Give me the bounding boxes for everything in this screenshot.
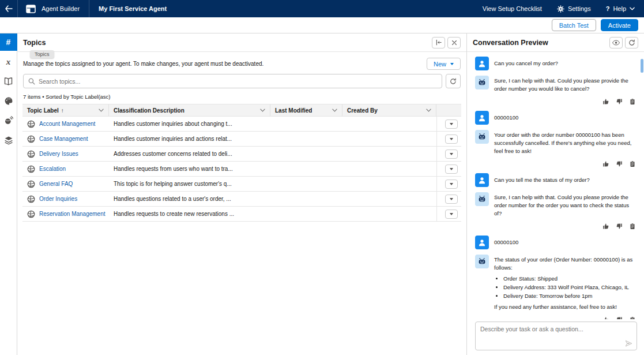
copy-transcript-icon[interactable] bbox=[629, 223, 636, 230]
chevron-down-icon[interactable] bbox=[99, 109, 104, 112]
row-actions-button[interactable] bbox=[445, 134, 458, 144]
topics-hash-icon: # bbox=[6, 38, 11, 47]
column-header-created-by[interactable]: Created By bbox=[342, 104, 436, 116]
row-actions-button[interactable] bbox=[445, 195, 458, 204]
thumbs-down-icon[interactable] bbox=[616, 98, 623, 105]
table-row: Account Management Handles customer inqu… bbox=[22, 117, 461, 132]
message-text: Sure, I can help with that. Could you pl… bbox=[494, 192, 637, 218]
chevron-down-icon[interactable] bbox=[260, 109, 265, 112]
chevron-down-icon[interactable] bbox=[332, 109, 337, 112]
table-header-row: Topic Label ↑ Classification Description… bbox=[22, 104, 461, 117]
copy-transcript-icon[interactable] bbox=[629, 98, 636, 105]
thumbs-up-icon[interactable] bbox=[602, 223, 609, 230]
chevron-down-icon bbox=[450, 138, 453, 140]
activate-button[interactable]: Activate bbox=[601, 19, 638, 31]
row-actions-button[interactable] bbox=[445, 150, 458, 159]
message-text: The status of your order (Order Number: … bbox=[494, 255, 637, 272]
table-row: Delivery Issues Addresses customer conce… bbox=[22, 147, 461, 162]
agent-message: Your order with the order number 0000010… bbox=[475, 130, 637, 155]
row-actions-button[interactable] bbox=[445, 210, 458, 219]
chevron-down-icon bbox=[450, 123, 453, 125]
settings-label: Settings bbox=[568, 5, 591, 12]
app-switcher[interactable]: Agent Builder bbox=[17, 0, 89, 17]
message-text: 00000100 bbox=[494, 111, 518, 125]
thumbs-down-icon[interactable] bbox=[616, 223, 623, 230]
layers-icon[interactable] bbox=[0, 132, 17, 149]
chevron-down-icon[interactable] bbox=[426, 109, 431, 112]
view-setup-checklist-link[interactable]: View Setup Checklist bbox=[483, 5, 542, 12]
column-label: Classification Description bbox=[114, 107, 184, 114]
last-modified-cell bbox=[270, 162, 342, 176]
last-modified-cell bbox=[270, 192, 342, 206]
chevron-down-icon bbox=[450, 168, 453, 170]
refresh-icon bbox=[628, 39, 635, 46]
send-icon[interactable] bbox=[625, 340, 632, 347]
chevron-down-icon bbox=[630, 7, 635, 10]
builder-sidebar: # x bbox=[0, 33, 17, 355]
new-topic-button[interactable]: New bbox=[427, 58, 461, 70]
column-header-topic-label[interactable]: Topic Label ↑ bbox=[22, 104, 109, 116]
column-label: Last Modified bbox=[275, 107, 312, 114]
help-label: Help bbox=[613, 5, 626, 12]
topic-globe-icon bbox=[27, 135, 35, 143]
topic-globe-icon bbox=[27, 210, 35, 218]
preview-visibility-button[interactable] bbox=[609, 37, 623, 48]
chevron-down-icon bbox=[450, 213, 453, 215]
sidebar-item-knowledge[interactable] bbox=[0, 73, 17, 90]
message-text: Can you cancel my order? bbox=[494, 57, 558, 70]
copy-transcript-icon[interactable] bbox=[629, 160, 636, 167]
topic-link[interactable]: Case Management bbox=[39, 136, 88, 142]
last-modified-cell bbox=[270, 177, 342, 191]
chevron-down-icon bbox=[450, 153, 453, 155]
table-row: Case Management Handles customer inquiri… bbox=[22, 132, 461, 147]
topic-link[interactable]: Reservation Management bbox=[39, 211, 106, 217]
bot-icon bbox=[477, 195, 487, 204]
palette-icon[interactable] bbox=[0, 92, 17, 110]
topics-panel: Topics Topics Manage the topics assigned… bbox=[17, 33, 467, 355]
topic-link[interactable]: Order Inquiries bbox=[39, 196, 77, 202]
topic-description: Handles questions related to a user's or… bbox=[109, 196, 270, 202]
user-avatar bbox=[475, 57, 489, 70]
column-label: Topic Label bbox=[27, 107, 59, 114]
variables-icon: x bbox=[6, 57, 11, 67]
back-button[interactable] bbox=[0, 0, 17, 17]
user-avatar bbox=[475, 173, 489, 187]
copy-transcript-icon[interactable] bbox=[629, 316, 636, 319]
search-input[interactable] bbox=[39, 78, 437, 85]
topic-link[interactable]: Escalation bbox=[39, 166, 66, 172]
sidebar-item-variables[interactable]: x bbox=[0, 53, 17, 70]
thumbs-up-icon[interactable] bbox=[602, 98, 609, 105]
help-icon: ? bbox=[606, 5, 610, 12]
topic-link[interactable]: Delivery Issues bbox=[39, 151, 78, 157]
created-by-cell bbox=[342, 147, 436, 161]
help-menu[interactable]: ? Help bbox=[606, 5, 635, 12]
row-actions-button[interactable] bbox=[445, 165, 458, 174]
batch-test-button[interactable]: Batch Test bbox=[552, 19, 596, 31]
person-icon bbox=[477, 113, 487, 122]
created-by-cell bbox=[342, 192, 436, 206]
collapse-panel-button[interactable] bbox=[432, 37, 445, 48]
thumbs-down-icon[interactable] bbox=[616, 316, 623, 319]
scrollbar-thumb[interactable] bbox=[641, 59, 643, 73]
created-by-cell bbox=[342, 162, 436, 176]
row-actions-button[interactable] bbox=[445, 119, 458, 129]
chevron-down-icon bbox=[450, 183, 453, 185]
topic-link[interactable]: General FAQ bbox=[39, 181, 73, 187]
row-actions-button[interactable] bbox=[445, 180, 458, 189]
restart-conversation-button[interactable] bbox=[625, 37, 638, 48]
connections-icon[interactable] bbox=[0, 112, 17, 129]
list-summary: 7 items • Sorted by Topic Label(asc) bbox=[17, 88, 466, 104]
sidebar-item-topics[interactable]: # bbox=[0, 33, 17, 51]
thumbs-up-icon[interactable] bbox=[602, 160, 609, 167]
topic-link[interactable]: Account Management bbox=[39, 121, 95, 127]
column-header-last-modified[interactable]: Last Modified bbox=[270, 104, 342, 116]
chat-input[interactable] bbox=[480, 326, 632, 341]
thumbs-up-icon[interactable] bbox=[602, 316, 609, 319]
agent-name: My First Service Agent bbox=[89, 5, 176, 12]
close-panel-button[interactable] bbox=[447, 37, 461, 48]
message-bullets: Order Status: ShippedDelivery Address: 3… bbox=[494, 275, 637, 300]
settings-button[interactable]: Settings bbox=[557, 5, 591, 13]
refresh-list-button[interactable] bbox=[446, 74, 461, 88]
thumbs-down-icon[interactable] bbox=[616, 160, 623, 167]
column-header-classification-description[interactable]: Classification Description bbox=[109, 104, 270, 116]
